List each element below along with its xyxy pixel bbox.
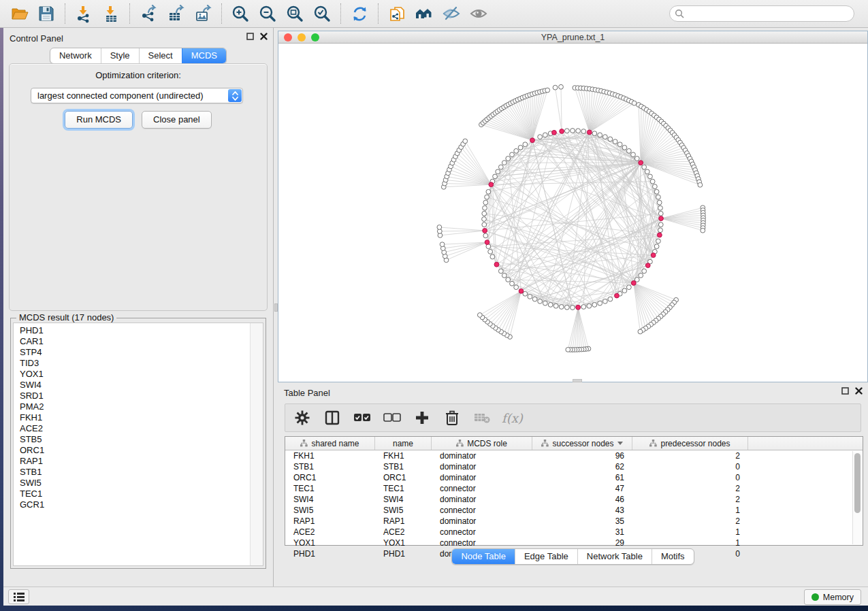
zoom-selected-icon[interactable] <box>310 1 334 26</box>
network-graph[interactable] <box>278 44 867 382</box>
graph-dominator-node[interactable] <box>560 129 564 134</box>
criterion-select[interactable]: largest connected component (undirected) <box>31 88 243 103</box>
delete-column-icon[interactable] <box>442 408 462 428</box>
network-canvas[interactable] <box>278 44 867 382</box>
tab-mcds[interactable]: MCDS <box>182 48 226 63</box>
export-image-icon[interactable] <box>191 1 215 26</box>
export-network-icon[interactable] <box>136 1 161 26</box>
hide-selected-icon[interactable] <box>439 1 464 26</box>
tab-style[interactable]: Style <box>101 48 139 63</box>
zoom-out-icon[interactable] <box>255 1 280 26</box>
table-scrollbar[interactable] <box>852 451 862 544</box>
mcds-node-item[interactable]: GCR1 <box>14 499 263 510</box>
graph-dominator-node[interactable] <box>483 229 487 233</box>
graph-dominator-node[interactable] <box>631 281 636 286</box>
mcds-node-item[interactable]: YOX1 <box>14 369 263 380</box>
tab-motifs[interactable]: Motifs <box>652 549 694 564</box>
mcds-node-item[interactable]: PMA2 <box>14 401 263 412</box>
graph-dominator-node[interactable] <box>494 262 499 267</box>
apply-layout-icon[interactable] <box>347 1 372 26</box>
import-network-icon[interactable] <box>71 1 96 26</box>
mcds-node-item[interactable]: SRD1 <box>14 391 263 401</box>
select-all-icon[interactable] <box>352 408 372 428</box>
mcds-node-item[interactable]: ORC1 <box>14 445 263 456</box>
table-row[interactable]: RAP1RAP1dominator352 <box>285 516 863 527</box>
mcds-node-item[interactable]: TID3 <box>14 358 263 369</box>
graph-dominator-node[interactable] <box>530 138 535 143</box>
cell: 62 <box>532 462 632 472</box>
list-scrollbar[interactable] <box>250 323 263 565</box>
tab-network[interactable]: Network <box>50 48 101 63</box>
search-input[interactable] <box>669 5 854 22</box>
mcds-node-item[interactable]: TEC1 <box>14 489 263 499</box>
zoom-fit-icon[interactable] <box>283 1 307 26</box>
settings-icon[interactable] <box>292 408 312 428</box>
table-row[interactable]: ACE2ACE2connector311 <box>285 527 863 538</box>
deselect-all-icon[interactable] <box>382 408 402 428</box>
run-mcds-button[interactable]: Run MCDS <box>65 111 133 129</box>
table-row[interactable]: YOX1YOX1connector291 <box>285 538 863 548</box>
first-neighbors-icon[interactable] <box>412 1 436 26</box>
split-panel-icon[interactable] <box>322 408 342 428</box>
graph-dominator-node[interactable] <box>639 161 643 165</box>
mcds-node-item[interactable]: CAR1 <box>14 336 263 347</box>
table-row[interactable]: STB1STB1dominator620 <box>285 461 863 472</box>
mcds-node-item[interactable]: STP4 <box>14 347 263 358</box>
graph-dominator-node[interactable] <box>489 182 494 187</box>
add-column-icon[interactable] <box>412 408 432 428</box>
close-panel-button[interactable]: Close panel <box>142 111 212 129</box>
tab-select[interactable]: Select <box>139 48 182 63</box>
graph-dominator-node[interactable] <box>615 293 620 298</box>
import-table-icon[interactable] <box>99 1 123 26</box>
memory-button[interactable]: Memory <box>804 589 861 605</box>
graph-dominator-node[interactable] <box>587 130 592 135</box>
zoom-in-icon[interactable] <box>228 1 253 26</box>
float-panel-icon[interactable] <box>841 387 849 395</box>
app-main: Control Panel NetworkStyleSelectMCDS Opt… <box>3 28 868 606</box>
table-row[interactable]: TEC1TEC1connector472 <box>285 483 863 494</box>
clone-network-icon[interactable] <box>385 1 409 26</box>
graph-dominator-node[interactable] <box>485 240 489 245</box>
mcds-node-item[interactable]: PHD1 <box>14 325 263 336</box>
table-row[interactable]: SWI4SWI4dominator462 <box>285 494 863 505</box>
column-label: shared name <box>311 439 359 448</box>
close-panel-icon[interactable] <box>855 387 863 395</box>
save-session-icon[interactable] <box>34 1 59 26</box>
mcds-node-item[interactable]: FKH1 <box>14 412 263 423</box>
float-panel-icon[interactable] <box>246 33 254 40</box>
graph-dominator-node[interactable] <box>576 305 581 310</box>
column-header-successor-nodes[interactable]: successor nodes <box>532 437 632 450</box>
graph-dominator-node[interactable] <box>659 216 664 221</box>
task-history-button[interactable] <box>8 589 29 604</box>
tab-edge-table[interactable]: Edge Table <box>515 549 577 564</box>
table-scrollbar-thumb[interactable] <box>854 453 861 513</box>
graph-dominator-node[interactable] <box>651 253 656 258</box>
table-row[interactable]: ORC1ORC1dominator610 <box>285 472 863 483</box>
mcds-node-item[interactable]: ACE2 <box>14 423 263 434</box>
export-table-icon[interactable] <box>163 1 188 26</box>
column-header-MCDS-role[interactable]: MCDS role <box>432 437 532 450</box>
table-row[interactable]: FKH1FKH1dominator962 <box>285 450 863 461</box>
close-panel-icon[interactable] <box>260 33 268 40</box>
graph-dominator-node[interactable] <box>657 233 662 237</box>
graph-dominator-node[interactable] <box>519 288 524 293</box>
tab-node-table[interactable]: Node Table <box>452 549 515 564</box>
node-table: shared namenameMCDS rolesuccessor nodesp… <box>285 436 863 546</box>
mcds-node-item[interactable]: STB5 <box>14 434 263 445</box>
tab-network-table[interactable]: Network Table <box>577 549 652 564</box>
column-header-name[interactable]: name <box>375 437 432 450</box>
graph-dominator-node[interactable] <box>645 263 650 268</box>
vertical-splitter[interactable] <box>273 28 278 587</box>
graph-dominator-node[interactable] <box>552 130 557 135</box>
column-header-shared-name[interactable]: shared name <box>285 437 375 450</box>
table-row[interactable]: SWI5SWI5connector431 <box>285 505 863 516</box>
mcds-node-item[interactable]: RAP1 <box>14 456 263 467</box>
column-label: predecessor nodes <box>660 439 730 448</box>
show-all-icon[interactable] <box>466 1 491 26</box>
open-file-icon[interactable] <box>7 1 31 26</box>
mcds-node-item[interactable]: SWI5 <box>14 478 263 489</box>
mcds-node-item[interactable]: STB1 <box>14 467 263 478</box>
column-header-predecessor-nodes[interactable]: predecessor nodes <box>632 437 748 450</box>
mcds-node-item[interactable]: SWI4 <box>14 380 263 391</box>
search-icon <box>675 9 684 18</box>
